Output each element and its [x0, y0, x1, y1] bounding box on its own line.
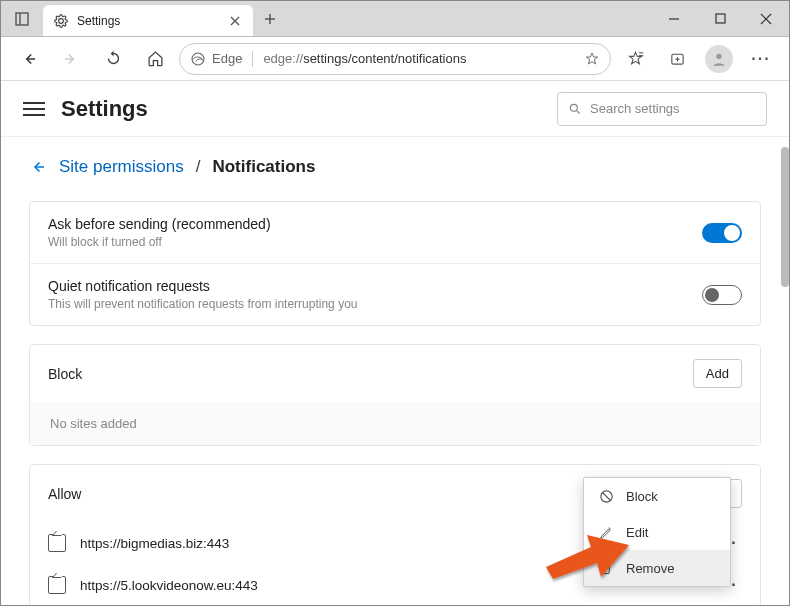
url-text: edge://settings/content/notifications [263, 51, 574, 66]
favorites-button[interactable] [617, 41, 653, 77]
svg-rect-0 [16, 13, 28, 25]
search-placeholder: Search settings [590, 101, 680, 116]
addr-badge-label: Edge [212, 51, 242, 66]
menu-icon[interactable] [23, 102, 45, 116]
edge-icon [190, 51, 206, 67]
home-button[interactable] [137, 41, 173, 77]
svg-point-18 [716, 53, 721, 58]
scrollbar[interactable] [781, 147, 789, 287]
browser-toolbar: Edge edge://settings/content/notificatio… [1, 37, 789, 81]
back-arrow-icon[interactable] [29, 158, 47, 176]
block-empty-text: No sites added [30, 402, 760, 445]
svg-point-19 [570, 104, 577, 111]
ask-before-sending-toggle[interactable] [702, 223, 742, 243]
favorite-star-icon[interactable] [584, 51, 600, 67]
collections-button[interactable] [659, 41, 695, 77]
annotation-arrow [541, 527, 631, 587]
window-titlebar: Settings [1, 1, 789, 37]
file-icon [48, 534, 66, 552]
breadcrumb-sep: / [196, 157, 201, 177]
tab-actions-icon[interactable] [1, 1, 43, 36]
ctx-block[interactable]: Block [584, 478, 730, 514]
browser-tab[interactable]: Settings [43, 5, 253, 36]
breadcrumb-current: Notifications [212, 157, 315, 177]
breadcrumb-parent[interactable]: Site permissions [59, 157, 184, 177]
svg-line-20 [577, 110, 580, 113]
forward-button[interactable] [53, 41, 89, 77]
breadcrumb: Site permissions / Notifications [29, 157, 761, 177]
block-icon [598, 488, 614, 504]
refresh-button[interactable] [95, 41, 131, 77]
search-icon [568, 102, 582, 116]
back-button[interactable] [11, 41, 47, 77]
ask-before-sending-sub: Will block if turned off [48, 235, 702, 249]
close-icon[interactable] [227, 13, 243, 29]
ask-before-sending-label: Ask before sending (recommended) [48, 216, 702, 232]
general-settings-card: Ask before sending (recommended) Will bl… [29, 201, 761, 326]
address-bar[interactable]: Edge edge://settings/content/notificatio… [179, 43, 611, 75]
quiet-requests-sub: This will prevent notification requests … [48, 297, 702, 311]
edge-badge: Edge [190, 51, 242, 67]
addr-separator [252, 51, 253, 67]
gear-icon [53, 13, 69, 29]
profile-button[interactable] [701, 41, 737, 77]
ctx-remove-label: Remove [626, 561, 674, 576]
block-section: Block Add No sites added [29, 344, 761, 446]
file-icon [48, 576, 66, 594]
block-add-button[interactable]: Add [693, 359, 742, 388]
minimize-button[interactable] [651, 1, 697, 36]
menu-button[interactable]: ··· [743, 41, 779, 77]
maximize-button[interactable] [697, 1, 743, 36]
svg-line-23 [602, 492, 610, 500]
block-title: Block [48, 366, 693, 382]
quiet-requests-toggle[interactable] [702, 285, 742, 305]
page-title: Settings [61, 96, 148, 122]
close-window-button[interactable] [743, 1, 789, 36]
new-tab-button[interactable] [253, 1, 287, 36]
search-input[interactable]: Search settings [557, 92, 767, 126]
tab-title: Settings [77, 14, 219, 28]
settings-header: Settings Search settings [1, 81, 789, 137]
quiet-requests-label: Quiet notification requests [48, 278, 702, 294]
svg-rect-7 [716, 14, 725, 23]
ctx-block-label: Block [626, 489, 658, 504]
